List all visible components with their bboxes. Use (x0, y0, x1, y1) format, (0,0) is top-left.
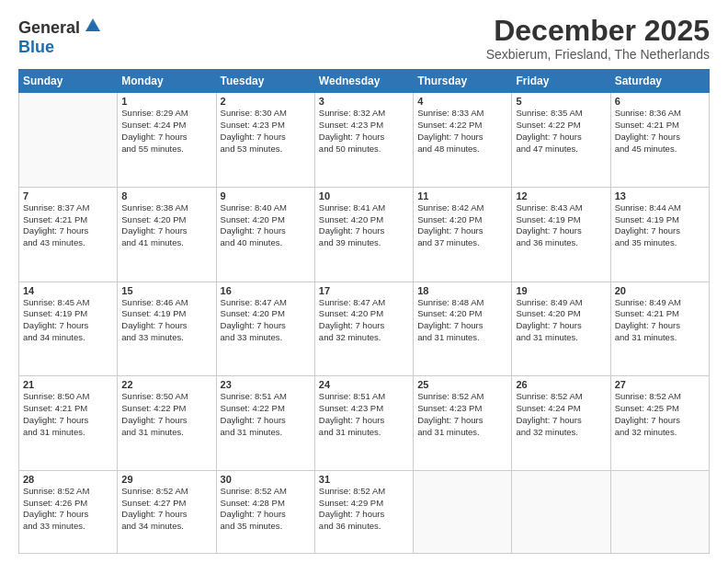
calendar-day-cell: 10Sunrise: 8:41 AM Sunset: 4:20 PM Dayli… (314, 187, 413, 282)
day-number: 21 (23, 379, 113, 390)
calendar-table: SundayMondayTuesdayWednesdayThursdayFrid… (18, 69, 710, 554)
day-number: 16 (221, 285, 311, 296)
calendar-day-cell: 29Sunrise: 8:52 AM Sunset: 4:27 PM Dayli… (118, 470, 216, 553)
svg-marker-1 (85, 22, 100, 31)
calendar-day-cell: 13Sunrise: 8:44 AM Sunset: 4:19 PM Dayli… (610, 187, 709, 282)
day-info: Sunrise: 8:37 AM Sunset: 4:21 PM Dayligh… (23, 202, 113, 249)
logo-blue-text: Blue (18, 38, 54, 57)
day-number: 17 (319, 285, 409, 296)
day-number: 6 (615, 96, 705, 107)
day-number: 9 (221, 190, 311, 201)
calendar-day-cell: 30Sunrise: 8:52 AM Sunset: 4:28 PM Dayli… (216, 470, 314, 553)
day-info: Sunrise: 8:52 AM Sunset: 4:23 PM Dayligh… (417, 391, 507, 438)
day-number: 11 (417, 190, 507, 201)
day-number: 18 (417, 285, 507, 296)
calendar-day-cell: 21Sunrise: 8:50 AM Sunset: 4:21 PM Dayli… (19, 376, 118, 471)
calendar-day-cell: 17Sunrise: 8:47 AM Sunset: 4:20 PM Dayli… (314, 282, 413, 376)
calendar-day-header: Tuesday (216, 70, 314, 93)
day-number: 28 (23, 474, 113, 485)
calendar-day-header: Monday (118, 70, 216, 93)
day-number: 19 (516, 285, 606, 296)
calendar-day-header: Friday (512, 70, 610, 93)
day-number: 1 (121, 96, 211, 107)
calendar-day-cell: 22Sunrise: 8:50 AM Sunset: 4:22 PM Dayli… (118, 376, 216, 471)
month-title: December 2025 (486, 15, 710, 47)
calendar-day-cell: 14Sunrise: 8:45 AM Sunset: 4:19 PM Dayli… (19, 282, 118, 376)
calendar-week-row: 7Sunrise: 8:37 AM Sunset: 4:21 PM Daylig… (19, 187, 710, 282)
logo: General Blue (18, 18, 103, 57)
calendar-day-cell: 19Sunrise: 8:49 AM Sunset: 4:20 PM Dayli… (512, 282, 610, 376)
calendar-day-cell: 2Sunrise: 8:30 AM Sunset: 4:23 PM Daylig… (216, 93, 314, 188)
day-info: Sunrise: 8:46 AM Sunset: 4:19 PM Dayligh… (121, 297, 211, 344)
calendar-day-cell (512, 470, 610, 553)
calendar-day-cell: 28Sunrise: 8:52 AM Sunset: 4:26 PM Dayli… (19, 470, 118, 553)
day-number: 22 (121, 379, 211, 390)
day-info: Sunrise: 8:33 AM Sunset: 4:22 PM Dayligh… (417, 108, 507, 155)
calendar-day-cell: 6Sunrise: 8:36 AM Sunset: 4:21 PM Daylig… (610, 93, 709, 188)
calendar-day-cell: 15Sunrise: 8:46 AM Sunset: 4:19 PM Dayli… (118, 282, 216, 376)
day-number: 24 (319, 379, 409, 390)
calendar-day-cell: 5Sunrise: 8:35 AM Sunset: 4:22 PM Daylig… (512, 93, 610, 188)
calendar-day-cell: 25Sunrise: 8:52 AM Sunset: 4:23 PM Dayli… (414, 376, 512, 471)
day-info: Sunrise: 8:52 AM Sunset: 4:25 PM Dayligh… (615, 391, 705, 438)
calendar-day-cell (19, 93, 118, 188)
day-number: 12 (516, 190, 606, 201)
calendar-day-cell: 23Sunrise: 8:51 AM Sunset: 4:22 PM Dayli… (216, 376, 314, 471)
day-number: 2 (221, 96, 311, 107)
calendar-week-row: 14Sunrise: 8:45 AM Sunset: 4:19 PM Dayli… (19, 282, 710, 376)
day-number: 27 (615, 379, 705, 390)
day-number: 13 (615, 190, 705, 201)
header: General Blue December 2025 Sexbierum, Fr… (18, 15, 710, 62)
page: General Blue December 2025 Sexbierum, Fr… (0, 0, 728, 563)
day-info: Sunrise: 8:35 AM Sunset: 4:22 PM Dayligh… (516, 108, 606, 155)
day-number: 20 (615, 285, 705, 296)
calendar-header-row: SundayMondayTuesdayWednesdayThursdayFrid… (19, 70, 710, 93)
calendar-day-cell: 26Sunrise: 8:52 AM Sunset: 4:24 PM Dayli… (512, 376, 610, 471)
calendar-day-cell (610, 470, 709, 553)
day-info: Sunrise: 8:41 AM Sunset: 4:20 PM Dayligh… (319, 202, 409, 249)
day-info: Sunrise: 8:50 AM Sunset: 4:22 PM Dayligh… (121, 391, 211, 438)
day-info: Sunrise: 8:47 AM Sunset: 4:20 PM Dayligh… (319, 297, 409, 344)
calendar-day-cell: 16Sunrise: 8:47 AM Sunset: 4:20 PM Dayli… (216, 282, 314, 376)
day-info: Sunrise: 8:50 AM Sunset: 4:21 PM Dayligh… (23, 391, 113, 438)
day-number: 31 (319, 474, 409, 485)
day-info: Sunrise: 8:36 AM Sunset: 4:21 PM Dayligh… (615, 108, 705, 155)
calendar-week-row: 1Sunrise: 8:29 AM Sunset: 4:24 PM Daylig… (19, 93, 710, 188)
day-info: Sunrise: 8:49 AM Sunset: 4:21 PM Dayligh… (615, 297, 705, 344)
day-info: Sunrise: 8:47 AM Sunset: 4:20 PM Dayligh… (221, 297, 311, 344)
day-info: Sunrise: 8:38 AM Sunset: 4:20 PM Dayligh… (121, 202, 211, 249)
day-info: Sunrise: 8:30 AM Sunset: 4:23 PM Dayligh… (221, 108, 311, 155)
calendar-day-cell (414, 470, 512, 553)
day-info: Sunrise: 8:52 AM Sunset: 4:28 PM Dayligh… (221, 486, 311, 533)
day-number: 29 (121, 474, 211, 485)
calendar-day-header: Saturday (610, 70, 709, 93)
day-info: Sunrise: 8:52 AM Sunset: 4:29 PM Dayligh… (319, 486, 409, 533)
day-info: Sunrise: 8:51 AM Sunset: 4:22 PM Dayligh… (221, 391, 311, 438)
day-number: 30 (221, 474, 311, 485)
calendar-day-header: Sunday (19, 70, 118, 93)
day-info: Sunrise: 8:29 AM Sunset: 4:24 PM Dayligh… (121, 108, 211, 155)
calendar-day-cell: 8Sunrise: 8:38 AM Sunset: 4:20 PM Daylig… (118, 187, 216, 282)
calendar-day-cell: 11Sunrise: 8:42 AM Sunset: 4:20 PM Dayli… (414, 187, 512, 282)
day-info: Sunrise: 8:52 AM Sunset: 4:26 PM Dayligh… (23, 486, 113, 533)
day-info: Sunrise: 8:52 AM Sunset: 4:24 PM Dayligh… (516, 391, 606, 438)
day-info: Sunrise: 8:42 AM Sunset: 4:20 PM Dayligh… (417, 202, 507, 249)
calendar-day-header: Thursday (414, 70, 512, 93)
day-number: 15 (121, 285, 211, 296)
title-area: December 2025 Sexbierum, Friesland, The … (486, 15, 710, 62)
day-info: Sunrise: 8:43 AM Sunset: 4:19 PM Dayligh… (516, 202, 606, 249)
calendar-week-row: 28Sunrise: 8:52 AM Sunset: 4:26 PM Dayli… (19, 470, 710, 553)
calendar-day-cell: 20Sunrise: 8:49 AM Sunset: 4:21 PM Dayli… (610, 282, 709, 376)
day-info: Sunrise: 8:48 AM Sunset: 4:20 PM Dayligh… (417, 297, 507, 344)
day-info: Sunrise: 8:44 AM Sunset: 4:19 PM Dayligh… (615, 202, 705, 249)
day-number: 10 (319, 190, 409, 201)
calendar-day-cell: 9Sunrise: 8:40 AM Sunset: 4:20 PM Daylig… (216, 187, 314, 282)
day-info: Sunrise: 8:45 AM Sunset: 4:19 PM Dayligh… (23, 297, 113, 344)
day-info: Sunrise: 8:51 AM Sunset: 4:23 PM Dayligh… (319, 391, 409, 438)
day-number: 26 (516, 379, 606, 390)
calendar-day-header: Wednesday (314, 70, 413, 93)
day-info: Sunrise: 8:49 AM Sunset: 4:20 PM Dayligh… (516, 297, 606, 344)
calendar-day-cell: 31Sunrise: 8:52 AM Sunset: 4:29 PM Dayli… (314, 470, 413, 553)
day-info: Sunrise: 8:52 AM Sunset: 4:27 PM Dayligh… (121, 486, 211, 533)
day-number: 7 (23, 190, 113, 201)
